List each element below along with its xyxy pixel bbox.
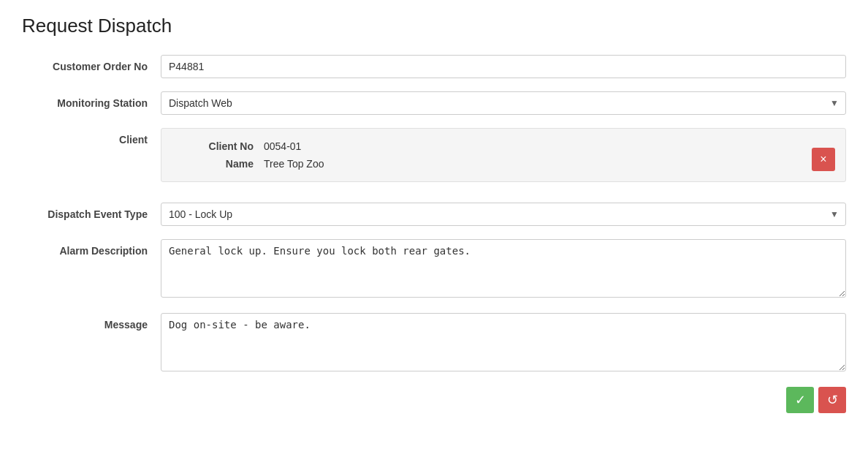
monitoring-station-row: Monitoring Station Dispatch Web Station … bbox=[22, 91, 846, 115]
alarm-description-control: General lock up. Ensure you lock both re… bbox=[161, 239, 846, 300]
client-no-row: Client No 0054-01 bbox=[176, 140, 831, 152]
message-control: Dog on-site - be aware. bbox=[161, 313, 846, 374]
customer-order-input[interactable] bbox=[161, 55, 846, 78]
client-name-row: Name Tree Top Zoo bbox=[176, 158, 831, 170]
page-title: Request Dispatch bbox=[22, 15, 846, 37]
dispatch-event-type-select-wrapper: 100 - Lock Up 200 - Unlock 300 - Alarm ▼ bbox=[161, 203, 846, 226]
alarm-description-row: Alarm Description General lock up. Ensur… bbox=[22, 239, 846, 300]
monitoring-station-label: Monitoring Station bbox=[22, 91, 161, 109]
dispatch-event-type-row: Dispatch Event Type 100 - Lock Up 200 - … bbox=[22, 203, 846, 226]
confirm-button[interactable]: ✓ bbox=[786, 387, 814, 413]
client-no-value: 0054-01 bbox=[264, 140, 301, 152]
remove-client-button[interactable]: × bbox=[812, 148, 835, 171]
reset-button[interactable]: ↺ bbox=[818, 387, 846, 413]
customer-order-row: Customer Order No bbox=[22, 55, 846, 78]
alarm-description-textarea[interactable]: General lock up. Ensure you lock both re… bbox=[161, 239, 846, 298]
customer-order-label: Customer Order No bbox=[22, 55, 161, 72]
dispatch-event-type-label: Dispatch Event Type bbox=[22, 203, 161, 220]
message-textarea[interactable]: Dog on-site - be aware. bbox=[161, 313, 846, 371]
client-name-label: Name bbox=[176, 158, 264, 170]
client-label: Client bbox=[22, 128, 161, 146]
customer-order-control bbox=[161, 55, 846, 78]
dispatch-event-type-control: 100 - Lock Up 200 - Unlock 300 - Alarm ▼ bbox=[161, 203, 846, 226]
client-row: Client Client No 0054-01 Name Tree Top Z… bbox=[22, 128, 846, 182]
message-row: Message Dog on-site - be aware. bbox=[22, 313, 846, 374]
footer-buttons: ✓ ↺ bbox=[22, 387, 846, 413]
client-control: Client No 0054-01 Name Tree Top Zoo × bbox=[161, 128, 846, 182]
monitoring-station-select-wrapper: Dispatch Web Station 2 Station 3 ▼ bbox=[161, 91, 846, 115]
message-label: Message bbox=[22, 313, 161, 331]
monitoring-station-select[interactable]: Dispatch Web Station 2 Station 3 bbox=[161, 91, 846, 115]
client-box: Client No 0054-01 Name Tree Top Zoo × bbox=[161, 128, 846, 182]
client-name-value: Tree Top Zoo bbox=[264, 158, 324, 170]
client-no-label: Client No bbox=[176, 140, 264, 152]
monitoring-station-control: Dispatch Web Station 2 Station 3 ▼ bbox=[161, 91, 846, 115]
dispatch-event-type-select[interactable]: 100 - Lock Up 200 - Unlock 300 - Alarm bbox=[161, 203, 846, 226]
alarm-description-label: Alarm Description bbox=[22, 239, 161, 257]
